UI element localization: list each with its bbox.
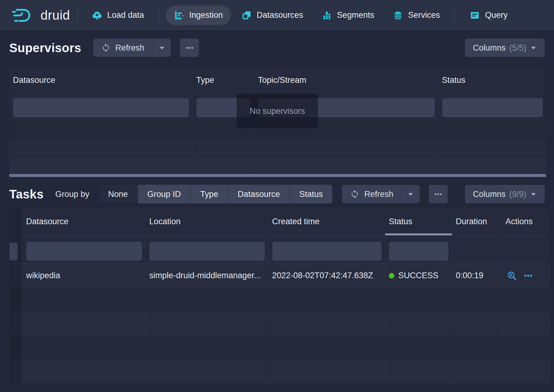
nav-divider [77, 8, 78, 22]
column-header-topic-stream[interactable]: Topic/Stream [254, 69, 438, 92]
cell-duration: 0:00:19 [452, 263, 502, 288]
status-filter-input[interactable] [442, 98, 543, 117]
column-header-status[interactable]: Status [438, 69, 546, 92]
supervisors-title: Supervisors [9, 41, 81, 55]
nav-label: Datasources [257, 10, 303, 20]
upload-cloud-icon [92, 10, 102, 21]
tasks-refresh-split: Refresh [342, 185, 420, 203]
success-status-dot [389, 273, 394, 279]
chevron-down-icon [530, 44, 537, 51]
column-header-actions[interactable]: Actions [502, 208, 550, 235]
column-header-task-id[interactable] [9, 208, 22, 235]
more-dots-icon [523, 271, 533, 281]
location-filter-input[interactable] [149, 241, 265, 261]
task-actions-menu-button[interactable] [523, 271, 533, 281]
supervisors-columns-button[interactable]: Columns (5/5) [465, 39, 545, 57]
no-supervisors-message: No supervisors [237, 94, 318, 128]
empty-row [9, 336, 550, 359]
task-id-filter-input[interactable] [9, 242, 18, 261]
refresh-icon [350, 190, 359, 199]
supervisors-table: Datasource Type Topic/Stream Status No s… [9, 69, 546, 173]
logo-wordmark: druid [41, 8, 70, 23]
nav-segments[interactable]: Segments [314, 6, 382, 25]
nav-ingestion[interactable]: Ingestion [166, 6, 231, 25]
tasks-table: Datasource Location Created time Status … [9, 208, 550, 383]
nav-label: Ingestion [189, 10, 223, 20]
more-dots-icon [185, 43, 194, 52]
chevron-down-icon [407, 191, 414, 198]
supervisors-table-header: Datasource Type Topic/Stream Status [9, 69, 546, 92]
empty-row [9, 288, 550, 312]
group-by-group-id-button[interactable]: Group ID [138, 185, 191, 204]
app-logo[interactable]: druid [11, 8, 77, 23]
nav-label: Load data [107, 10, 144, 20]
ingestion-chart-icon [174, 10, 184, 21]
tasks-refresh-button[interactable]: Refresh [342, 185, 401, 203]
nav-label: Query [485, 10, 508, 20]
tasks-filter-row [9, 236, 550, 263]
supervisors-refresh-button[interactable]: Refresh [93, 39, 153, 57]
cell-status: SUCCESS [385, 263, 452, 288]
task-details-button[interactable] [507, 271, 517, 281]
group-by-datasource-button[interactable]: Datasource [228, 185, 290, 204]
supervisors-section: Supervisors Refresh Columns (5/5) [0, 39, 554, 173]
console-icon [470, 10, 480, 21]
created-time-filter-input[interactable] [272, 241, 382, 261]
empty-row [9, 159, 546, 173]
table-row-wikipedia[interactable]: wikipedia simple-druid-middlemanager... … [9, 263, 550, 288]
supervisors-more-button[interactable] [180, 39, 199, 57]
nav-query[interactable]: Query [462, 6, 516, 25]
empty-row [9, 359, 550, 383]
chevron-down-icon [158, 44, 165, 51]
supervisors-toolbar: Supervisors Refresh Columns (5/5) [9, 39, 545, 57]
column-header-datasource[interactable]: Datasource [9, 69, 193, 92]
column-header-created-time[interactable]: Created time [268, 208, 385, 235]
group-by-none-button[interactable]: None [99, 185, 138, 204]
tasks-section: Tasks Group by None Group ID Type Dataso… [0, 185, 554, 383]
column-header-location[interactable]: Location [146, 208, 268, 235]
column-header-datasource[interactable]: Datasource [22, 208, 146, 235]
datasource-filter-input[interactable] [13, 98, 189, 117]
cell-datasource: wikipedia [22, 263, 146, 288]
group-by-type-button[interactable]: Type [190, 185, 228, 204]
horizontal-scrollbar[interactable] [9, 174, 546, 177]
column-header-status-sorted[interactable]: Status [385, 208, 452, 235]
cell-location: simple-druid-middlemanager... [146, 263, 268, 288]
refresh-label: Refresh [364, 190, 393, 199]
supervisors-refresh-split: Refresh [93, 39, 171, 57]
tasks-columns-button[interactable]: Columns (9/9) [465, 185, 545, 203]
top-nav: druid Load data [0, 0, 554, 31]
druid-logo-icon [11, 8, 35, 23]
empty-row [9, 140, 546, 159]
cell-actions [502, 263, 550, 288]
tasks-title: Tasks [9, 187, 44, 201]
tasks-more-button[interactable] [429, 185, 448, 203]
cell-created-time: 2022-08-02T07:42:47.638Z [268, 263, 385, 288]
nav-services[interactable]: Services [385, 6, 448, 25]
column-header-duration[interactable]: Duration [452, 208, 502, 235]
nav-load-data[interactable]: Load data [84, 6, 152, 25]
more-dots-icon [434, 190, 443, 199]
columns-count: (9/9) [509, 190, 526, 199]
stacked-bar-chart-icon [322, 10, 332, 21]
column-header-type[interactable]: Type [193, 69, 254, 92]
columns-label: Columns [473, 43, 506, 53]
columns-label: Columns [473, 190, 506, 199]
tasks-refresh-caret-button[interactable] [401, 185, 420, 203]
tasks-table-header: Datasource Location Created time Status … [9, 208, 550, 236]
group-by-status-button[interactable]: Status [290, 185, 333, 204]
database-icon [393, 10, 403, 21]
nav-label: Segments [337, 10, 374, 20]
tasks-toolbar: Tasks Group by None Group ID Type Dataso… [9, 185, 545, 204]
refresh-icon [101, 43, 111, 52]
empty-row [9, 312, 550, 336]
status-text: SUCCESS [398, 271, 439, 280]
supervisors-refresh-caret-button[interactable] [152, 39, 171, 57]
nav-datasources[interactable]: Datasources [233, 6, 311, 25]
nav-label: Services [408, 10, 440, 20]
datasource-filter-input[interactable] [26, 241, 142, 261]
columns-count: (5/5) [509, 43, 526, 53]
refresh-label: Refresh [115, 43, 145, 53]
status-filter-input[interactable] [389, 241, 449, 261]
group-by-button-group: None Group ID Type Datasource Status [99, 185, 332, 204]
